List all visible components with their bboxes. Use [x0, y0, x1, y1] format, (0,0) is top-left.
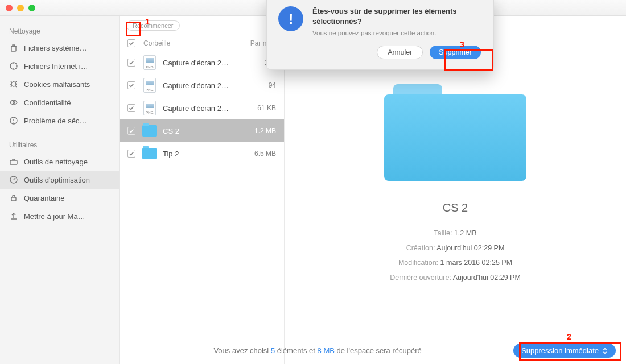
sidebar-item-label: Mettre à jour Ma… [24, 212, 85, 221]
sidebar-group-utilities: Utilitaires [0, 135, 119, 152]
delete-now-button[interactable]: Suppression immédiate [513, 344, 616, 358]
trash-icon [9, 43, 18, 52]
annotation-label-3: 3 [460, 40, 464, 49]
lock-icon [9, 193, 18, 202]
eye-icon [9, 98, 18, 107]
sidebar-item[interactable]: Confidentialité [0, 93, 119, 111]
toolbox-icon [9, 157, 18, 166]
sidebar-item[interactable]: Mettre à jour Ma… [0, 207, 119, 225]
file-size: 1.2 MB [240, 127, 276, 135]
svg-rect-7 [11, 197, 16, 201]
sidebar-item[interactable]: Fichiers système… [0, 39, 119, 57]
row-checkbox[interactable] [127, 81, 135, 89]
file-size: 61 KB [240, 104, 276, 112]
folder-preview-icon [384, 84, 526, 181]
png-file-icon [143, 55, 156, 70]
sidebar-item[interactable]: Fichiers Internet i… [0, 57, 119, 75]
footer-bar: Vous avez choisi 5 éléments et 8 MB de l… [120, 337, 626, 364]
sidebar-item-label: Confidentialité [24, 98, 71, 107]
dialog-subtitle: Vous ne pouvez pas révoquer cette action… [312, 30, 481, 36]
file-row[interactable]: Capture d'écran 2…61 KB [120, 97, 284, 119]
gauge-icon [9, 175, 18, 184]
svg-point-2 [11, 82, 16, 86]
footer-summary: Vous avez choisi 5 éléments et 8 MB de l… [127, 346, 508, 355]
row-checkbox[interactable] [127, 59, 135, 67]
sidebar-item[interactable]: Problème de séc… [0, 111, 119, 130]
dialog-confirm-button[interactable]: Supprimer [430, 46, 481, 59]
svg-rect-0 [11, 46, 16, 51]
sidebar-item-label: Cookies malfaisants [24, 80, 90, 89]
file-row[interactable]: Capture d'écran 2…197 [120, 51, 284, 74]
file-size: 94 [240, 81, 276, 89]
sidebar-item[interactable]: Outils d'optimisation [0, 171, 119, 189]
file-list-panel: Recommencer Corbeille Par nom Capture d'… [120, 16, 285, 364]
header-col-name[interactable]: Corbeille [143, 39, 170, 47]
annotation-label-2: 2 [567, 332, 571, 341]
alert-icon [9, 116, 18, 125]
sidebar-item-label: Problème de séc… [24, 117, 87, 125]
file-name: Tip 2 [163, 150, 240, 158]
sidebar-item[interactable]: Quarantaine [0, 189, 119, 207]
list-header: Corbeille Par nom [120, 35, 284, 51]
dialog-cancel-button[interactable]: Annuler [377, 46, 423, 59]
window-minimize-button[interactable] [17, 5, 24, 11]
sidebar-item-label: Outils d'optimisation [24, 176, 90, 184]
sidebar-item-label: Fichiers système… [24, 44, 87, 52]
window-zoom-button[interactable] [28, 5, 35, 11]
dialog-title: Êtes-vous sûr de supprimer les éléments … [312, 6, 481, 26]
row-checkbox[interactable] [127, 127, 135, 135]
sidebar-item-label: Fichiers Internet i… [24, 62, 88, 71]
detail-metadata: Taille: 1.2 MB Création: Aujourd'hui 02:… [390, 229, 521, 282]
svg-point-3 [13, 102, 15, 104]
file-name: Capture d'écran 2… [163, 81, 240, 90]
folder-icon [142, 125, 157, 136]
sidebar-group-cleaning: Nettoyage [0, 22, 119, 39]
confirm-dialog: ! Êtes-vous sûr de supprimer les élément… [266, 0, 494, 70]
file-row[interactable]: Tip 26.5 MB [120, 142, 284, 165]
row-checkbox[interactable] [127, 104, 135, 112]
sidebar: Nettoyage Fichiers système…Fichiers Inte… [0, 16, 120, 364]
file-name: Capture d'écran 2… [163, 104, 240, 113]
sidebar-item-label: Outils de nettoyage [24, 158, 88, 166]
svg-rect-5 [10, 160, 17, 164]
folder-icon [142, 148, 157, 159]
window-close-button[interactable] [6, 5, 13, 11]
sidebar-item[interactable]: Outils de nettoyage [0, 152, 119, 171]
file-size: 6.5 MB [240, 150, 276, 158]
file-name: CS 2 [163, 127, 240, 135]
upload-icon [9, 212, 18, 221]
file-row[interactable]: Capture d'écran 2…94 [120, 74, 284, 97]
file-name: Capture d'écran 2… [163, 59, 240, 67]
restart-button[interactable]: Recommencer [126, 20, 180, 31]
file-row[interactable]: CS 21.2 MB [120, 119, 284, 142]
select-all-checkbox[interactable] [127, 39, 135, 47]
annotation-label-1: 1 [145, 17, 150, 26]
sidebar-item[interactable]: Cookies malfaisants [0, 75, 119, 93]
png-file-icon [143, 78, 156, 93]
alert-icon: ! [278, 6, 303, 31]
row-checkbox[interactable] [127, 150, 135, 158]
detail-title: CS 2 [443, 201, 468, 214]
chevrons-icon [602, 348, 608, 354]
sidebar-item-label: Quarantaine [24, 194, 65, 202]
bug-icon [9, 80, 18, 89]
png-file-icon [143, 101, 156, 115]
compass-icon [9, 61, 18, 71]
